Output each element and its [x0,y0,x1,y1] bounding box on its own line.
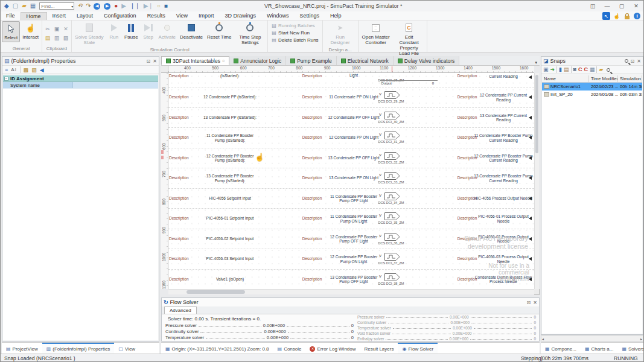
component-label[interactable]: 12 Condensate PP (isStarted): [201,95,259,100]
description-label[interactable]: Description [293,257,331,262]
search-icon[interactable] [625,59,628,63]
tab-pump-example[interactable]: Pump Example [286,56,337,65]
snap-grid-icon[interactable]: ▦ [590,67,595,72]
description-label[interactable]: Description [293,217,331,221]
back-icon[interactable]: ◀ [94,3,100,10]
menu-windows[interactable]: Windows [261,12,295,19]
info-icon[interactable]: i [633,12,641,20]
forward-icon[interactable]: ▶ [104,3,110,10]
canvas-row[interactable]: Description12 Condensate PP (isStarted):… [168,87,534,107]
description-label[interactable]: Description [169,176,199,181]
dcs-tag-label[interactable]: DCS DCI_33_ZM [364,180,418,185]
canvas-row[interactable]: Description13 Condensate PP Booster Pump… [168,168,534,188]
window-maximize-button[interactable]: ▢ [614,1,629,11]
pin-icon[interactable]: ⊡ [147,59,151,64]
light-label[interactable]: 13 Condensate PP ON Light [327,176,381,181]
tab-origin-x-331-2501-y-321-2501-zoom-0-8[interactable]: ▦Origin: (X=-331.2501,Y=321.2501) Zoom: … [161,343,273,354]
pulse-component-icon[interactable] [384,91,400,100]
time-step-settings-button[interactable]: Time Step Settings [234,21,266,46]
close-icon[interactable]: ✕ [153,59,157,64]
dcs-tag-label[interactable]: DCS DCI_37_ZM [364,261,418,266]
column-header[interactable]: Name [542,75,589,82]
description-label[interactable]: Description [169,156,199,160]
description-label[interactable]: Description [293,196,331,201]
window-minimize-button[interactable]: — [600,1,614,11]
description-label[interactable]: Description [169,115,199,120]
description-label[interactable]: Description [169,74,199,78]
tab-flow-solver[interactable]: ◉Flow Solver [398,343,438,354]
step-icon[interactable]: ▶❘ [144,3,153,9]
open-master-controller-button[interactable]: —— Open Master Controller [360,21,392,46]
start-new-run-button[interactable]: ▤Start New Run [272,30,318,36]
property-category[interactable]: − ID Assignment [3,75,158,82]
snap-search-icon[interactable] [607,68,610,72]
scroll-right-arrow[interactable]: ▸ [640,337,642,341]
alarm-icon[interactable]: ● [114,3,118,9]
description-label[interactable]: Description [293,237,331,241]
tab-annunciator-logic[interactable]: Annunciator Logic [229,56,286,65]
scroll-left-arrow[interactable]: ◂ [542,337,544,341]
lock-icon[interactable] [623,12,631,20]
canvas-row[interactable]: DescriptionPIC-4056-01 Setpoint InputDes… [168,208,534,229]
menu-file[interactable]: File [1,12,21,19]
property-value[interactable] [73,82,158,88]
property-row[interactable]: System name [3,82,158,89]
pulse-component-icon[interactable] [384,273,400,282]
canvas-row[interactable]: Description13 Condensate PP (isStarted):… [168,107,534,128]
scrollbar-thumb[interactable] [187,290,245,294]
canvas-vertical-scrollbar[interactable] [534,73,539,289]
deactivate-button[interactable]: Deactivate [178,21,205,41]
component-label[interactable]: Valve1 (isOpen) [201,277,259,282]
canvas-horizontal-scrollbar[interactable] [168,289,534,294]
light-label[interactable]: 11 Condensate PP ON Light [327,95,381,100]
reading-label[interactable]: PIC-4056-01 Process Output Needle [474,214,533,223]
snap-copy-icon[interactable]: ◙ [573,67,576,72]
design-canvas[interactable]: Description(isStarted):DescriptionLightD… [168,73,534,289]
tab-3dpact-interactables[interactable]: 3DPact Interactables○ [161,56,229,65]
copy-icon[interactable]: ▣ [53,25,61,33]
find-dropdown-icon[interactable]: ▾ [71,4,74,8]
tab-compone[interactable]: ▦Compone... [541,343,581,354]
step-button[interactable]: Step [141,21,156,41]
description-label[interactable]: Description [169,237,199,241]
edit-constant-property-button[interactable]: C Edit Constant Property Load File [393,21,426,57]
menu-results[interactable]: Results [142,12,171,19]
menu-view[interactable]: View [171,12,193,19]
reading-label[interactable]: 11 Condensate PP Booster Pump Current Re… [474,133,533,142]
reading-label[interactable]: HIC-4056 Process Output Needle [474,196,533,201]
snap-camera-icon[interactable]: ▣ [543,67,549,72]
menu-3d-drawings[interactable]: 3D Drawings [220,12,262,19]
component-label[interactable]: PIC-4056-01 Setpoint Input [201,217,259,221]
description-label[interactable]: Description [293,156,331,160]
description-label[interactable]: Description [169,136,199,141]
tab-solvers[interactable]: ▦Solvers [617,343,644,354]
pulse-component-icon[interactable] [384,172,400,181]
pulse-component-icon[interactable] [384,112,400,121]
pin-icon[interactable]: ⊡ [527,300,531,305]
snap-record-all-icon[interactable]: C [584,67,588,72]
tab-list-dropdown-icon[interactable]: ▾ [532,60,540,65]
description-label[interactable]: Description [169,217,199,221]
dcs-tag-label[interactable]: DCS DCI_30_ZM [364,120,418,125]
menu-home[interactable]: Home [21,12,47,20]
solve-steady-state-button[interactable]: Solve Steady State [73,21,106,46]
light-label[interactable]: 13 Condensate PP OFF Light [327,156,381,160]
dcs-tag-label[interactable]: DCS DCI_31_ZM [364,140,418,145]
menu-insert[interactable]: Insert [47,12,72,19]
select-mode-icon[interactable]: ↖ [602,12,610,20]
snap-export-icon[interactable]: ▰ [599,67,603,72]
running-batches-button[interactable]: ▤Running Batches [272,23,318,28]
run-button[interactable]: Run [106,21,122,41]
close-icon[interactable]: ✕ [533,300,537,305]
interact-button[interactable]: ☝ Interact [21,21,40,41]
snap-row[interactable]: Init_SP_202024/01/08 ...00h 03m 38s ... [542,91,642,98]
window-panel-button[interactable]: ◫ [585,1,600,11]
tab-charts-a[interactable]: ▦Charts a... [581,343,617,354]
tab-projectview[interactable]: ▤ProjectView [2,343,42,354]
cut-icon[interactable]: ✂ [43,25,52,33]
menu-configuration[interactable]: Configuration [98,12,142,19]
description-label[interactable]: Description [293,74,331,78]
description-label[interactable]: Description [293,277,331,282]
component-label[interactable]: PIC-4056-02 Setpoint Input [201,237,259,241]
find-input[interactable] [40,4,71,9]
